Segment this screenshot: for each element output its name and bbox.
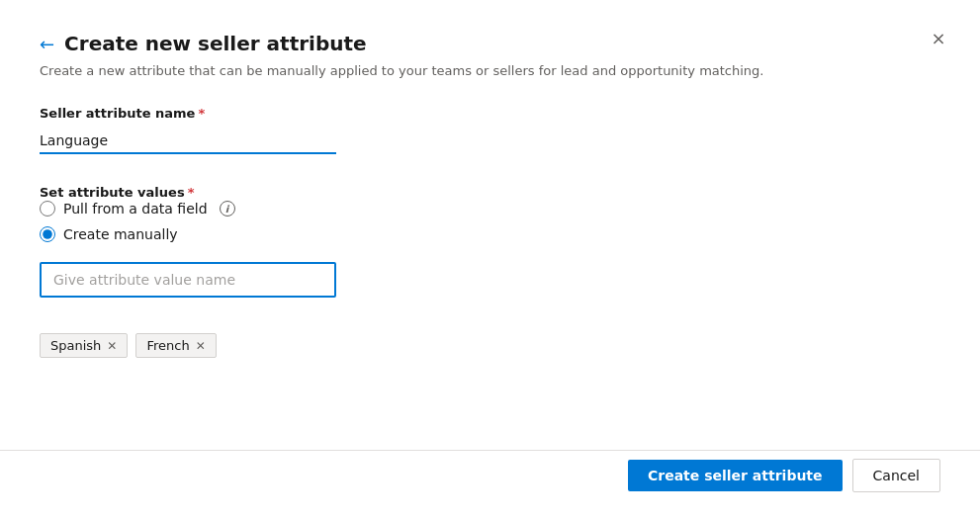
tag-french-remove-button[interactable]: ✕ xyxy=(196,340,206,352)
close-button[interactable]: × xyxy=(925,24,952,51)
pull-from-data-field-radio[interactable] xyxy=(40,201,55,217)
info-icon[interactable]: i xyxy=(220,201,235,217)
cancel-button[interactable]: Cancel xyxy=(852,459,940,492)
dialog-subtitle: Create a new attribute that can be manua… xyxy=(40,63,940,78)
dialog-title: Create new seller attribute xyxy=(64,32,367,55)
tag-spanish-remove-button[interactable]: ✕ xyxy=(107,340,117,352)
back-icon: ← xyxy=(40,34,54,54)
attribute-value-input[interactable] xyxy=(40,262,336,298)
set-attribute-values-section: Set attribute values* Pull from a data f… xyxy=(40,182,940,317)
back-button[interactable]: ← xyxy=(40,34,54,54)
create-manually-label: Create manually xyxy=(63,226,178,242)
tags-container: Spanish ✕ French ✕ xyxy=(40,333,940,358)
option-pull-from-data-field[interactable]: Pull from a data field i xyxy=(40,201,940,217)
tag-french-label: French xyxy=(146,338,189,353)
tag-spanish-label: Spanish xyxy=(50,338,101,353)
required-indicator-2: * xyxy=(188,185,195,200)
seller-attribute-name-input[interactable] xyxy=(40,129,336,154)
required-indicator: * xyxy=(198,106,205,121)
create-manually-radio[interactable] xyxy=(40,226,55,242)
pull-from-data-field-label: Pull from a data field xyxy=(63,201,208,217)
seller-attribute-name-label: Seller attribute name* xyxy=(40,106,940,121)
create-seller-attribute-button[interactable]: Create seller attribute xyxy=(628,460,843,491)
create-seller-attribute-dialog: ← Create new seller attribute × Create a… xyxy=(0,0,980,520)
close-icon: × xyxy=(931,28,945,48)
set-attribute-values-label: Set attribute values* xyxy=(40,185,194,200)
tag-french: French ✕ xyxy=(135,333,216,358)
radio-group: Pull from a data field i Create manually xyxy=(40,201,940,242)
dialog-footer: Create seller attribute Cancel xyxy=(628,459,940,492)
option-create-manually[interactable]: Create manually xyxy=(40,226,940,242)
dialog-header: ← Create new seller attribute xyxy=(40,32,940,55)
footer-divider xyxy=(0,450,980,451)
tag-spanish: Spanish ✕ xyxy=(40,333,128,358)
